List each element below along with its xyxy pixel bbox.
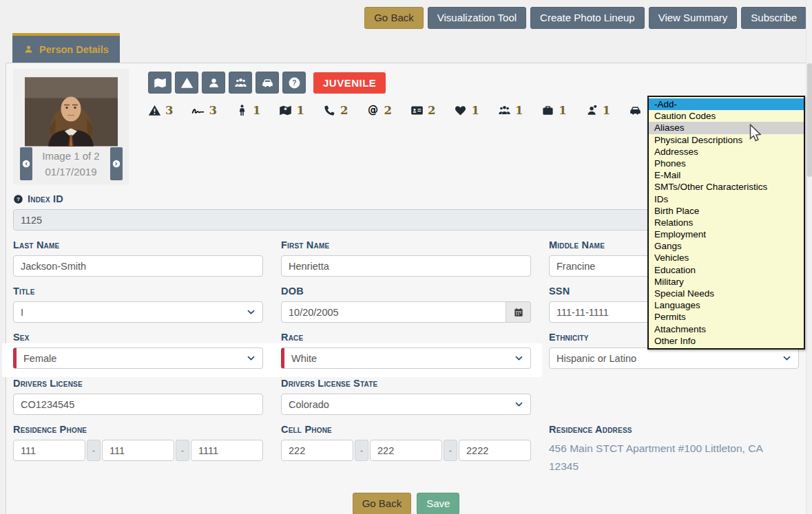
stat-relations-heart[interactable]: 1 xyxy=(454,104,479,117)
dropdown-option-physical-descriptions[interactable]: Physical Descriptions xyxy=(649,134,804,146)
go-back-button-top[interactable]: Go Back xyxy=(364,7,424,29)
stat-phone[interactable]: 2 xyxy=(323,104,348,117)
map-location-icon xyxy=(154,76,167,89)
dropdown-option-attachments[interactable]: Attachments xyxy=(649,323,804,335)
stat-email[interactable]: 2 xyxy=(366,104,391,117)
stat-group[interactable]: 1 xyxy=(498,104,523,117)
dob-field: DOB xyxy=(281,286,531,323)
mugshot-photo xyxy=(25,77,118,147)
title-field: Title I xyxy=(13,286,263,323)
stat-employment[interactable]: 1 xyxy=(541,104,566,117)
person-standing-icon xyxy=(236,104,249,117)
vehicle-button[interactable] xyxy=(256,72,279,94)
dropdown-option-birth-place[interactable]: Birth Place xyxy=(649,205,804,217)
stat-person-status[interactable]: 1 xyxy=(585,104,610,117)
vehicle-icon xyxy=(629,104,642,117)
dropdown-option-other-info[interactable]: Other Info xyxy=(649,335,804,347)
subscribe-button[interactable]: Subscribe xyxy=(741,7,806,29)
add-section-dropdown: -Add- Caution Codes Aliases Physical Des… xyxy=(647,96,805,350)
residence-address-field: Residence Address 456 Main STCT Apartmen… xyxy=(549,424,799,475)
drivers-license-input[interactable] xyxy=(13,394,263,415)
dropdown-option-military[interactable]: Military xyxy=(649,276,804,288)
dob-input[interactable] xyxy=(281,301,506,323)
title-label: Title xyxy=(13,286,263,297)
ethnicity-select[interactable]: Hispanic or Latino xyxy=(549,347,799,369)
juvenile-status-badge: JUVENILE xyxy=(313,72,386,94)
visualization-tool-button[interactable]: Visualization Tool xyxy=(428,7,526,29)
phone-dash-separator: - xyxy=(87,440,101,461)
person-button[interactable] xyxy=(202,72,225,94)
next-image-button[interactable] xyxy=(110,147,123,180)
last-name-label: Last Name xyxy=(13,239,263,250)
dropdown-option-languages[interactable]: Languages xyxy=(649,299,804,311)
caution-button[interactable] xyxy=(175,72,198,94)
residence-address-value: 456 Main STCT Apartment #100 Littleton, … xyxy=(549,440,780,475)
stat-caution[interactable]: 3 xyxy=(148,104,173,117)
dropdown-option-permits[interactable]: Permits xyxy=(649,311,804,323)
grid-spacer xyxy=(549,378,799,415)
view-summary-button[interactable]: View Summary xyxy=(649,7,738,29)
stat-address[interactable]: 1 xyxy=(279,104,304,117)
residence-phone-field: Residence Phone - - xyxy=(13,424,263,475)
help-button[interactable] xyxy=(282,72,306,94)
stat-signature[interactable]: 3 xyxy=(191,104,216,117)
vertical-scrollbar[interactable] xyxy=(806,0,812,514)
dropdown-option-phones[interactable]: Phones xyxy=(649,158,804,169)
cell-phone-prefix-input[interactable] xyxy=(370,440,442,461)
cell-phone-area-input[interactable] xyxy=(281,440,353,461)
arrow-circle-left-icon xyxy=(21,159,31,169)
stat-ids[interactable]: 2 xyxy=(410,104,435,117)
dropdown-option-email[interactable]: E-Mail xyxy=(649,169,804,181)
first-name-field: First Name xyxy=(281,239,531,277)
dropdown-option-caution-codes[interactable]: Caution Codes xyxy=(649,110,804,122)
photo-card: Image 1 of 2 01/17/2019 xyxy=(13,69,129,184)
mouse-cursor xyxy=(749,124,762,142)
tab-person-details[interactable]: Person Details xyxy=(12,33,120,63)
last-name-input[interactable] xyxy=(13,255,263,277)
title-select[interactable]: I xyxy=(13,301,263,323)
dropdown-option-smts[interactable]: SMTs/Other Characteristics xyxy=(649,181,804,193)
phone-dash-separator: - xyxy=(176,440,189,461)
phone-icon xyxy=(323,104,336,117)
signature-icon xyxy=(191,104,205,117)
stat-person[interactable]: 1 xyxy=(236,104,260,117)
arrow-circle-right-icon xyxy=(112,159,121,169)
map-location-button[interactable] xyxy=(148,72,171,94)
cell-phone-line-input[interactable] xyxy=(459,440,531,461)
go-back-button-bottom[interactable]: Go Back xyxy=(353,493,412,514)
map-location-icon xyxy=(279,104,292,117)
race-field: Race White xyxy=(281,332,531,369)
residence-phone-prefix-input[interactable] xyxy=(102,440,174,461)
dropdown-option-gangs[interactable]: Gangs xyxy=(649,240,804,252)
dropdown-option-employment[interactable]: Employment xyxy=(649,228,804,240)
dropdown-option-relations[interactable]: Relations xyxy=(649,217,804,228)
chevron-down-icon xyxy=(514,354,523,363)
race-select[interactable]: White xyxy=(281,347,531,369)
previous-image-button[interactable] xyxy=(20,147,32,180)
dropdown-option-addresses[interactable]: Addresses xyxy=(649,146,804,158)
image-date: 01/17/2019 xyxy=(32,164,110,180)
dropdown-option-special-needs[interactable]: Special Needs xyxy=(649,288,804,299)
dropdown-option-add[interactable]: -Add- xyxy=(649,98,804,110)
residence-phone-line-input[interactable] xyxy=(191,440,263,461)
cell-phone-field: Cell Phone - - xyxy=(281,424,531,475)
dropdown-option-aliases[interactable]: Aliases xyxy=(649,122,804,133)
drivers-license-field: Drivers License xyxy=(13,378,263,415)
scrollbar-thumb[interactable] xyxy=(807,63,812,177)
group-button[interactable] xyxy=(229,72,252,94)
first-name-input[interactable] xyxy=(281,255,531,277)
photo-navigation: Image 1 of 2 01/17/2019 xyxy=(20,147,123,180)
dropdown-option-education[interactable]: Education xyxy=(649,264,804,276)
dropdown-option-ids[interactable]: IDs xyxy=(649,193,804,205)
dropdown-option-vehicles[interactable]: Vehicles xyxy=(649,252,804,264)
caution-icon xyxy=(148,104,161,117)
help-circle-icon xyxy=(13,194,23,204)
calendar-button[interactable] xyxy=(506,301,531,323)
sex-select[interactable]: Female xyxy=(13,347,263,369)
calendar-icon xyxy=(513,307,524,318)
create-photo-lineup-button[interactable]: Create Photo Lineup xyxy=(530,7,645,29)
residence-phone-area-input[interactable] xyxy=(13,440,85,461)
save-button[interactable]: Save xyxy=(417,493,459,514)
drivers-license-state-select[interactable]: Colorado xyxy=(281,394,531,415)
dob-label: DOB xyxy=(281,286,531,297)
